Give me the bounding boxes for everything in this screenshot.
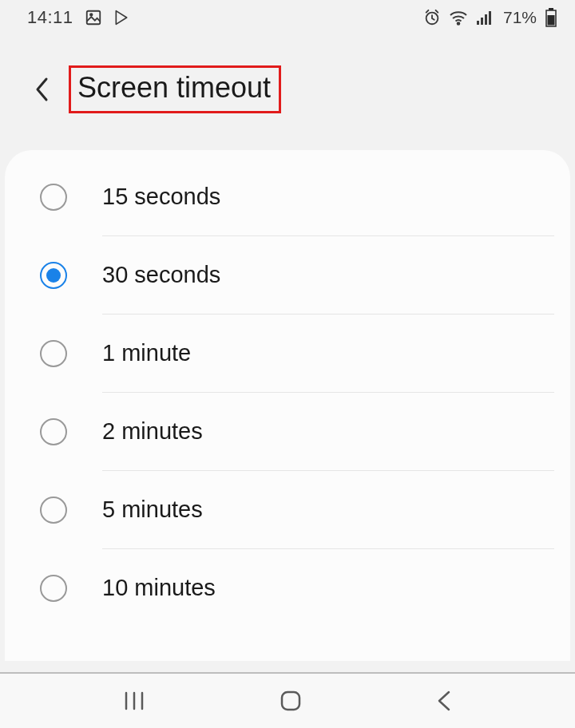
recents-button[interactable]	[122, 690, 146, 711]
status-time: 14:11	[27, 7, 73, 28]
option-label: 10 minutes	[102, 575, 216, 601]
option-label: 5 minutes	[102, 497, 203, 523]
alarm-icon	[423, 9, 441, 26]
signal-icon	[476, 10, 494, 26]
option-label: 2 minutes	[102, 418, 203, 445]
radio-button[interactable]	[40, 340, 67, 367]
wifi-icon	[449, 10, 468, 26]
radio-button[interactable]	[40, 418, 67, 445]
option-row[interactable]: 1 minute	[5, 315, 570, 392]
radio-button[interactable]	[40, 184, 67, 211]
svg-rect-7	[489, 11, 491, 25]
radio-button[interactable]	[40, 575, 67, 602]
svg-rect-6	[485, 14, 487, 25]
option-label: 1 minute	[102, 340, 191, 366]
options-panel: 15 seconds 30 seconds 1 minute 2 minutes…	[5, 150, 570, 661]
svg-rect-14	[282, 692, 299, 710]
back-button[interactable]	[30, 72, 54, 107]
option-row[interactable]: 2 minutes	[5, 393, 570, 470]
navigation-bar	[0, 672, 575, 728]
svg-rect-10	[548, 15, 555, 26]
option-row[interactable]: 30 seconds	[5, 236, 570, 314]
play-store-icon	[113, 10, 129, 26]
option-row[interactable]: 10 minutes	[5, 549, 570, 627]
nav-back-button[interactable]	[435, 689, 453, 713]
svg-rect-4	[477, 21, 479, 25]
page-title: Screen timeout	[77, 71, 271, 105]
status-battery-text: 71%	[503, 8, 537, 27]
radio-button[interactable]	[40, 262, 67, 289]
option-row[interactable]: 15 seconds	[5, 158, 570, 235]
radio-button[interactable]	[40, 497, 67, 524]
svg-point-3	[458, 22, 460, 25]
svg-point-1	[90, 14, 93, 16]
svg-rect-5	[481, 18, 483, 25]
page-title-highlight: Screen timeout	[69, 65, 281, 113]
battery-icon	[545, 8, 557, 27]
option-label: 30 seconds	[102, 262, 220, 288]
option-row[interactable]: 5 minutes	[5, 471, 570, 548]
option-label: 15 seconds	[102, 184, 220, 210]
svg-rect-0	[86, 11, 100, 25]
gallery-icon	[85, 9, 102, 26]
home-button[interactable]	[279, 689, 303, 713]
status-bar: 14:11	[0, 0, 575, 35]
page-header: Screen timeout	[0, 35, 575, 150]
